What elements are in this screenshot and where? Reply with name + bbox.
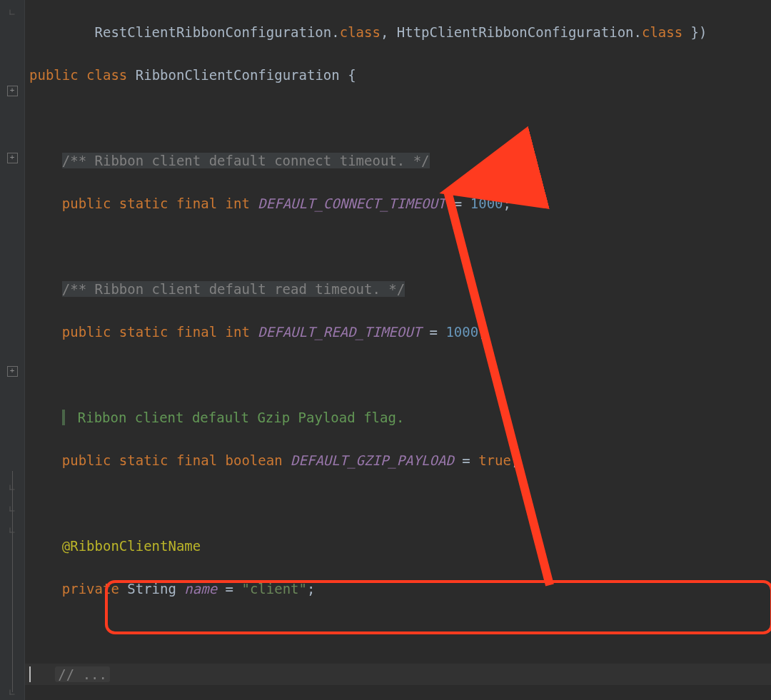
code-line [25,235,771,257]
code-line: public class RibbonClientConfiguration { [25,64,771,86]
annotation: @RibbonClientName [62,538,201,554]
code-editor[interactable]: + + + RestClientRibbonConfiguration.clas… [0,0,771,700]
fold-end-icon[interactable] [0,519,24,541]
code-line [25,621,771,642]
fold-toggle-icon[interactable]: + [0,80,24,101]
code-line [25,107,771,128]
code-line: Ribbon client default Gzip Payload flag. [25,407,771,428]
code-line [25,492,771,514]
fold-end-icon[interactable] [0,681,24,700]
code-line: public static final int DEFAULT_READ_TIM… [25,321,771,343]
code-line-active: // ... [25,664,771,685]
fold-end-icon[interactable] [0,477,24,498]
fold-toggle-icon[interactable]: + [0,147,24,168]
code-line: RestClientRibbonConfiguration.class, Htt… [25,21,771,43]
code-line: public static final int DEFAULT_CONNECT_… [25,193,771,214]
javadoc-comment: /** Ribbon client default read timeout. … [62,281,405,297]
code-line [25,364,771,385]
code-line: /** Ribbon client default connect timeou… [25,150,771,171]
fold-end-icon[interactable] [0,1,24,23]
rendered-javadoc: Ribbon client default Gzip Payload flag. [78,410,405,425]
code-line: @RibbonClientName [25,535,771,557]
code-line: private String name = "client"; [25,578,771,599]
fold-end-icon[interactable] [0,498,24,519]
code-area[interactable]: RestClientRibbonConfiguration.class, Htt… [25,0,771,700]
doc-gutter-bar [62,410,65,425]
javadoc-comment: /** Ribbon client default connect timeou… [62,153,430,168]
code-line: /** Ribbon client default read timeout. … [25,278,771,300]
code-line: public static final boolean DEFAULT_GZIP… [25,450,771,471]
fold-toggle-icon[interactable]: + [0,360,24,382]
text-caret [29,666,31,682]
folded-region[interactable]: // ... [55,666,110,682]
gutter: + + + [0,0,25,700]
